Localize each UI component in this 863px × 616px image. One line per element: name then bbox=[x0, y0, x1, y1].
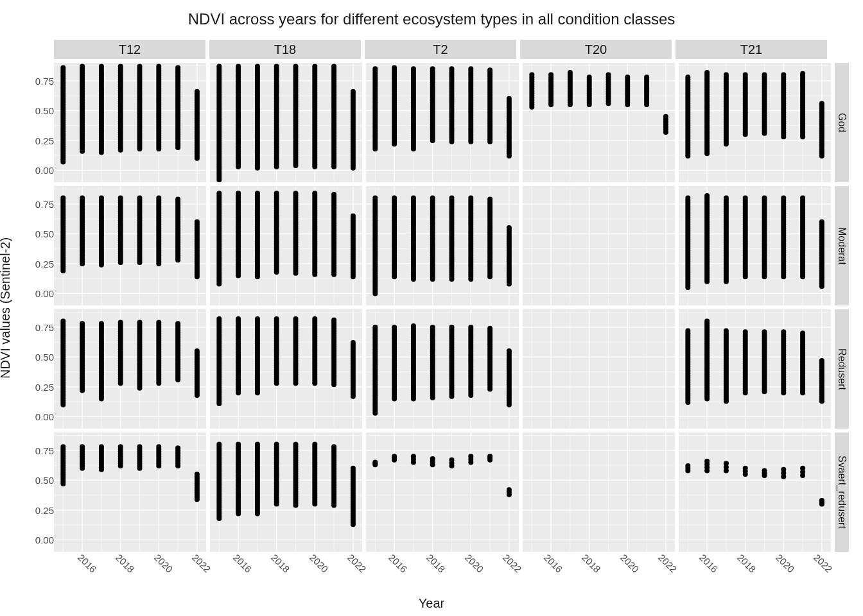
svg-point-2670 bbox=[80, 321, 85, 326]
svg-point-2480 bbox=[762, 196, 767, 201]
svg-point-3163 bbox=[373, 325, 378, 330]
svg-point-484 bbox=[255, 64, 260, 69]
svg-point-4083 bbox=[743, 466, 748, 471]
svg-point-4038 bbox=[507, 487, 512, 492]
x-tick-label: 2016 bbox=[697, 552, 720, 575]
panel-svg bbox=[210, 432, 362, 552]
svg-point-3735 bbox=[175, 445, 180, 450]
svg-point-3196 bbox=[392, 325, 397, 330]
chart-wrap: NDVI across years for different ecosyste… bbox=[0, 0, 863, 616]
svg-point-3718 bbox=[137, 444, 142, 449]
svg-point-3998 bbox=[351, 466, 356, 471]
svg-point-3263 bbox=[430, 325, 435, 330]
svg-point-2928 bbox=[236, 316, 241, 321]
x-tick-label: 2020 bbox=[773, 552, 796, 575]
svg-point-253 bbox=[156, 64, 161, 69]
panel-svg bbox=[54, 309, 206, 429]
x-axis-title: Year bbox=[419, 596, 444, 611]
svg-point-4032 bbox=[469, 454, 474, 459]
svg-point-3829 bbox=[236, 442, 241, 447]
x-ticks-panel: 2016201820202022 bbox=[365, 552, 516, 593]
svg-point-1166 bbox=[685, 74, 690, 80]
row-strip: Svaert_redusert bbox=[835, 432, 849, 552]
row-strip: Redusert bbox=[835, 309, 849, 429]
svg-point-4073 bbox=[685, 463, 690, 468]
facet-panel bbox=[366, 309, 518, 429]
x-tick-label: 2018 bbox=[735, 552, 758, 575]
svg-point-3727 bbox=[156, 444, 161, 449]
svg-point-4020 bbox=[392, 454, 397, 459]
y-tick-label: 0.25 bbox=[35, 135, 54, 146]
svg-point-3570 bbox=[762, 329, 767, 334]
svg-point-707 bbox=[351, 89, 356, 94]
y-tick-label: 0.25 bbox=[35, 504, 54, 515]
svg-point-3107 bbox=[351, 340, 356, 345]
svg-point-3598 bbox=[781, 329, 786, 334]
svg-point-390 bbox=[217, 64, 222, 69]
svg-point-3678 bbox=[60, 444, 65, 449]
svg-point-2818 bbox=[175, 321, 180, 326]
y-tick-label: 0.00 bbox=[35, 535, 54, 545]
panel-svg bbox=[366, 63, 518, 182]
x-tick-label: 2020 bbox=[462, 552, 485, 575]
facet-panel bbox=[523, 186, 675, 305]
facet-panel bbox=[210, 432, 362, 552]
x-tick-label: 2022 bbox=[812, 552, 835, 575]
svg-point-1485 bbox=[99, 196, 104, 201]
svg-point-1025 bbox=[529, 73, 534, 78]
y-tick-label: 0.25 bbox=[35, 381, 54, 392]
svg-point-1942 bbox=[351, 214, 356, 219]
svg-point-531 bbox=[274, 64, 279, 69]
svg-point-4092 bbox=[800, 466, 805, 471]
svg-point-833 bbox=[411, 66, 416, 71]
panels-row bbox=[54, 432, 835, 552]
facet-panel bbox=[210, 63, 362, 182]
svg-point-1236 bbox=[724, 73, 729, 78]
svg-point-3972 bbox=[331, 444, 336, 449]
y-tick-label: 0.25 bbox=[35, 258, 54, 269]
x-tick-label: 2020 bbox=[618, 552, 641, 575]
panel-svg bbox=[523, 186, 675, 305]
facet-panel bbox=[366, 63, 518, 182]
svg-point-3699 bbox=[99, 444, 104, 449]
svg-point-1113 bbox=[663, 114, 668, 119]
y-tick-label: 0.00 bbox=[35, 411, 54, 422]
svg-point-1802 bbox=[274, 191, 279, 196]
col-strip: T21 bbox=[676, 40, 827, 59]
svg-point-4080 bbox=[724, 461, 729, 466]
svg-point-1291 bbox=[762, 73, 767, 78]
panel-svg bbox=[366, 432, 518, 552]
svg-point-2002 bbox=[373, 196, 378, 201]
svg-point-1054 bbox=[568, 70, 573, 75]
svg-point-2153 bbox=[449, 196, 455, 201]
svg-point-2115 bbox=[430, 196, 435, 201]
svg-point-1877 bbox=[312, 191, 317, 196]
svg-point-3945 bbox=[312, 442, 317, 447]
panel-svg bbox=[523, 309, 675, 429]
row-block: Redusert bbox=[54, 309, 849, 429]
facet-panel bbox=[679, 186, 831, 305]
svg-point-4035 bbox=[487, 454, 493, 459]
svg-point-2992 bbox=[274, 316, 279, 321]
y-tick-label: 0.50 bbox=[35, 105, 54, 116]
panel-svg bbox=[679, 309, 831, 429]
plot-area: T12T18T2T20T21 GodModeratRedusertSvaert_… bbox=[54, 40, 849, 552]
panel-svg bbox=[523, 63, 675, 182]
svg-point-3082 bbox=[331, 318, 336, 323]
y-tick-label: 0.75 bbox=[35, 445, 54, 456]
facet-panel bbox=[54, 309, 206, 429]
svg-point-934 bbox=[469, 66, 474, 71]
panel-svg bbox=[54, 63, 206, 182]
svg-point-2962 bbox=[255, 316, 260, 321]
svg-point-138 bbox=[99, 64, 104, 69]
svg-point-2764 bbox=[137, 320, 142, 325]
svg-point-2077 bbox=[411, 196, 416, 201]
svg-point-1320 bbox=[781, 73, 786, 78]
svg-point-1454 bbox=[80, 196, 85, 201]
svg-point-1576 bbox=[156, 196, 161, 201]
y-tick-label: 0.50 bbox=[35, 475, 54, 486]
panel-svg bbox=[366, 309, 518, 429]
svg-point-994 bbox=[507, 96, 512, 101]
svg-point-2443 bbox=[743, 196, 748, 201]
panel-svg bbox=[679, 63, 831, 182]
